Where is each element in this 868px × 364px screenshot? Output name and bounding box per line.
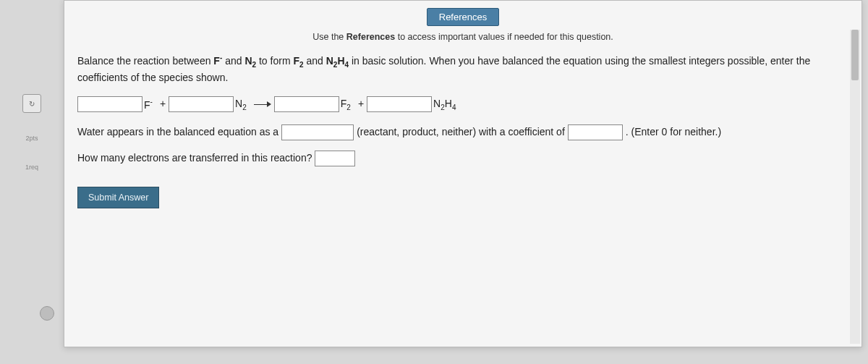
coef-input-Fminus[interactable]: [77, 96, 142, 112]
coef-input-N2H4[interactable]: [367, 96, 432, 112]
equation-row: F- + N2 F2 + N2H4: [77, 96, 848, 113]
water-role-input[interactable]: [281, 124, 354, 140]
hint-bold: References: [346, 32, 395, 42]
electrons-text: How many electrons are transferred in th…: [77, 151, 312, 166]
sidebar-pts-label: 2pts: [25, 135, 38, 142]
plus-1: +: [160, 96, 166, 112]
sidebar-req: 1req: [25, 162, 38, 171]
water-text-2: (reactant, product, neither) with a coef…: [357, 124, 565, 140]
sidebar-pts: 2pts: [25, 133, 38, 142]
water-text-3: . (Enter 0 for neither.): [626, 124, 721, 140]
refresh-icon[interactable]: ↻: [22, 94, 41, 113]
vertical-scrollbar[interactable]: [850, 30, 860, 344]
electrons-input[interactable]: [315, 151, 355, 166]
coef-input-F2[interactable]: [274, 96, 339, 112]
water-line: Water appears in the balanced equation a…: [77, 124, 848, 140]
coef-input-N2[interactable]: [169, 96, 234, 112]
plus-2: +: [358, 96, 364, 112]
electrons-line: How many electrons are transferred in th…: [77, 151, 848, 166]
hint-suffix: to access important values if needed for…: [395, 32, 613, 42]
species-N2: N2: [235, 96, 247, 113]
sidebar-circle-icon[interactable]: [40, 306, 54, 321]
species-Fminus: F-: [144, 96, 153, 113]
submit-answer-button[interactable]: Submit Answer: [77, 187, 159, 208]
references-button[interactable]: References: [427, 8, 499, 26]
species-F2: F2: [341, 96, 351, 113]
question-panel: References Use the References to access …: [64, 0, 862, 347]
question-prompt: Balance the reaction between F- and N2 t…: [77, 52, 848, 86]
water-text-1: Water appears in the balanced equation a…: [77, 124, 278, 140]
sidebar-req-label: 1req: [25, 164, 38, 171]
water-coef-input[interactable]: [568, 124, 623, 140]
hint-prefix: Use the: [312, 32, 346, 42]
species-N2H4: N2H4: [433, 96, 456, 113]
sidebar-refresh[interactable]: ↻: [22, 94, 41, 113]
left-sidebar: ↻ 2pts 1req: [0, 0, 64, 364]
scroll-thumb[interactable]: [851, 30, 859, 80]
references-hint: Use the References to access important v…: [64, 26, 861, 52]
